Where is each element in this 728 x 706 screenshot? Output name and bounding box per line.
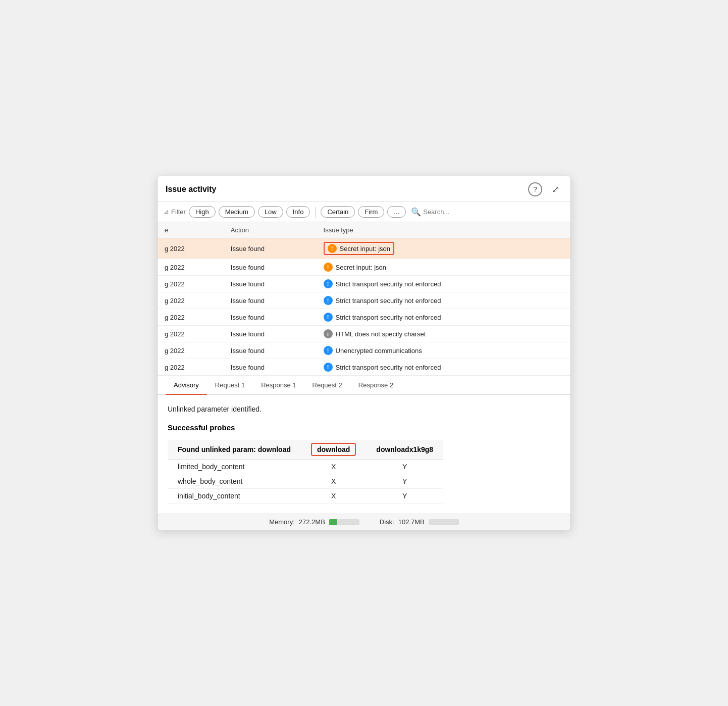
cell-date: g 2022 [158, 259, 224, 276]
probe-col2-value: X [301, 474, 366, 489]
issue-badge: ! [324, 279, 333, 288]
window-title: Issue activity [166, 185, 217, 194]
cell-issue-type: !Unencrypted communications [317, 342, 570, 359]
issue-type-text: Unencrypted communications [336, 347, 422, 355]
table-header: e Action Issue type [158, 222, 570, 238]
table-row[interactable]: g 2022Issue found!Strict transport secur… [158, 309, 570, 326]
cell-date: g 2022 [158, 276, 224, 292]
chip-medium[interactable]: Medium [219, 206, 255, 218]
search-area: 🔍 [411, 207, 484, 217]
cell-action: Issue found [224, 276, 317, 292]
issue-type-text: Strict transport security not enforced [336, 314, 441, 321]
probe-param: whole_body_content [168, 474, 301, 489]
chip-info[interactable]: Info [286, 206, 310, 218]
tab-request-2[interactable]: Request 2 [304, 376, 350, 395]
col-action: Action [224, 222, 317, 238]
chip-more[interactable]: ... [387, 206, 406, 218]
filter-label[interactable]: ⊿ Filter [164, 208, 186, 216]
filter-text: Filter [171, 208, 186, 216]
chip-high[interactable]: High [189, 206, 216, 218]
probe-col1-header: Found unlinked param: download [168, 440, 301, 460]
cell-issue-type: !Strict transport security not enforced [317, 276, 570, 292]
probe-col3-header: downloadx1k9g8 [366, 440, 443, 460]
cell-action: Issue found [224, 342, 317, 359]
filter-bar: ⊿ Filter High Medium Low Info Certain Fi… [158, 202, 570, 222]
issue-badge: ! [324, 263, 333, 272]
table-row[interactable]: g 2022Issue found!Strict transport secur… [158, 359, 570, 376]
memory-fill [329, 519, 337, 525]
probe-col2-header: download [301, 440, 366, 460]
probe-param: limited_body_content [168, 460, 301, 474]
cell-date: g 2022 [158, 326, 224, 342]
probe-param: initial_body_content [168, 489, 301, 503]
disk-bar [429, 519, 459, 525]
issue-badge: i [324, 329, 333, 338]
table-row[interactable]: g 2022Issue found!Secret input: json [158, 238, 570, 259]
advisory-content: Unlinked parameter identified. Successfu… [158, 395, 570, 514]
filter-divider [315, 207, 316, 218]
issue-table-container: e Action Issue type g 2022Issue found!Se… [158, 222, 570, 376]
probe-col3-value: Y [366, 474, 443, 489]
cell-issue-type: !Strict transport security not enforced [317, 359, 570, 376]
cell-issue-type: !Secret input: json [317, 259, 570, 276]
search-input[interactable] [423, 208, 484, 216]
memory-label: Memory: [269, 518, 295, 526]
issue-badge: ! [324, 346, 333, 355]
issue-type-text: Strict transport security not enforced [336, 297, 441, 305]
table-row[interactable]: g 2022Issue found!Secret input: json [158, 259, 570, 276]
tab-bar: AdvisoryRequest 1Response 1Request 2Resp… [158, 376, 570, 395]
table-row[interactable]: g 2022Issue found!Strict transport secur… [158, 276, 570, 292]
issue-type-text: Strict transport security not enforced [336, 280, 441, 288]
probe-body: limited_body_contentXYwhole_body_content… [168, 460, 443, 503]
cell-action: Issue found [224, 238, 317, 259]
table-body: g 2022Issue found!Secret input: jsong 20… [158, 238, 570, 376]
probe-col3-value: Y [366, 460, 443, 474]
issue-badge: ! [324, 313, 333, 322]
tab-advisory[interactable]: Advisory [166, 376, 207, 395]
issue-type-text: Secret input: json [336, 264, 386, 271]
cell-date: g 2022 [158, 292, 224, 309]
disk-value: 102.7MB [398, 518, 425, 526]
col-issue-type: Issue type [317, 222, 570, 238]
issue-type-text: Strict transport security not enforced [336, 364, 441, 371]
col-date: e [158, 222, 224, 238]
issue-badge: ! [328, 244, 337, 253]
title-bar: Issue activity ? ⤢ [158, 176, 570, 202]
chip-low[interactable]: Low [258, 206, 283, 218]
help-button[interactable]: ? [528, 182, 542, 196]
probe-col2-value: X [301, 460, 366, 474]
table-row[interactable]: g 2022Issue found!Unencrypted communicat… [158, 342, 570, 359]
issue-type-text: Secret input: json [340, 245, 390, 253]
tab-request-1[interactable]: Request 1 [207, 376, 253, 395]
tab-response-2[interactable]: Response 2 [350, 376, 401, 395]
main-window: Issue activity ? ⤢ ⊿ Filter High Medium … [157, 176, 571, 530]
chip-certain[interactable]: Certain [321, 206, 355, 218]
probe-table-row: whole_body_contentXY [168, 474, 443, 489]
cell-action: Issue found [224, 309, 317, 326]
probe-table: Found unlinked param: download download … [168, 440, 443, 503]
advisory-section-title: Successful probes [168, 423, 560, 432]
cell-date: g 2022 [158, 238, 224, 259]
memory-bar [329, 519, 359, 525]
cell-action: Issue found [224, 326, 317, 342]
table-row[interactable]: g 2022Issue found!Strict transport secur… [158, 292, 570, 309]
cell-date: g 2022 [158, 309, 224, 326]
cell-action: Issue found [224, 359, 317, 376]
chip-firm[interactable]: Firm [358, 206, 384, 218]
probe-table-row: limited_body_contentXY [168, 460, 443, 474]
issue-table: e Action Issue type g 2022Issue found!Se… [158, 222, 570, 376]
tab-response-1[interactable]: Response 1 [253, 376, 304, 395]
issue-badge: ! [324, 363, 333, 372]
cell-issue-type: !Secret input: json [317, 238, 570, 259]
disk-status: Disk: 102.7MB [380, 518, 459, 526]
cell-action: Issue found [224, 292, 317, 309]
probe-table-header: Found unlinked param: download download … [168, 440, 443, 460]
expand-button[interactable]: ⤢ [548, 182, 562, 196]
filter-icon-symbol: ⊿ [164, 208, 169, 216]
table-row[interactable]: g 2022Issue foundiHTML does not specify … [158, 326, 570, 342]
probe-col2-value: X [301, 489, 366, 503]
download-highlight: download [311, 443, 356, 456]
memory-status: Memory: 272.2MB [269, 518, 359, 526]
cell-date: g 2022 [158, 342, 224, 359]
cell-issue-type: !Strict transport security not enforced [317, 309, 570, 326]
